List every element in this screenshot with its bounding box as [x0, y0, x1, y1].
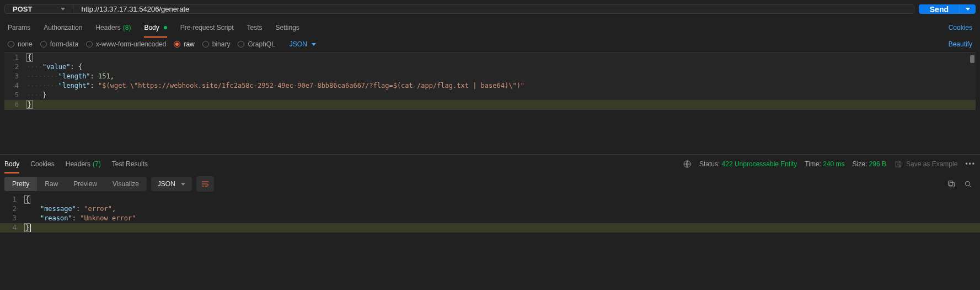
send-button[interactable]: Send: [919, 4, 976, 14]
svg-rect-2: [949, 181, 953, 186]
http-method-select[interactable]: POST: [5, 5, 73, 13]
raw-type-select[interactable]: JSON: [290, 40, 316, 48]
resp-tab-test-results[interactable]: Test Results: [112, 155, 148, 173]
resp-tab-body[interactable]: Body: [4, 155, 19, 173]
tab-headers[interactable]: Headers (8): [95, 18, 131, 37]
body-type-raw[interactable]: raw: [174, 40, 194, 48]
resp-tab-headers[interactable]: Headers (7): [66, 155, 101, 173]
view-raw[interactable]: Raw: [37, 177, 66, 191]
code-content: ········"lenght": "$(wget \"https://webh…: [26, 81, 524, 91]
cookies-link[interactable]: Cookies: [949, 24, 972, 31]
beautify-link[interactable]: Beautify: [949, 40, 972, 48]
tab-settings[interactable]: Settings: [276, 18, 299, 37]
response-body-viewer[interactable]: 1{2 "message": "error",3 "reason": "Unkn…: [0, 195, 980, 233]
code-line[interactable]: 2····"value": {: [4, 62, 976, 72]
line-number: 1: [4, 53, 26, 62]
body-type-none[interactable]: none: [8, 40, 33, 48]
code-content: "message": "error",: [24, 204, 116, 214]
more-icon[interactable]: •••: [965, 160, 976, 168]
line-number: 5: [4, 91, 26, 100]
tab-authorization[interactable]: Authorization: [44, 18, 82, 37]
code-content: ····"value": {: [26, 62, 82, 72]
line-number: 4: [4, 81, 26, 91]
body-type-urlencoded[interactable]: x-www-form-urlencoded: [86, 40, 166, 48]
code-line[interactable]: 4}: [0, 223, 980, 233]
svg-rect-1: [950, 182, 954, 187]
code-content: {: [26, 53, 33, 62]
view-pretty[interactable]: Pretty: [4, 177, 37, 191]
body-type-form-data[interactable]: form-data: [40, 40, 78, 48]
code-line[interactable]: 1{: [0, 195, 980, 204]
status-block: Status: 422 Unprocessable Entity: [699, 160, 797, 168]
code-line[interactable]: 6}: [4, 100, 976, 109]
svg-point-3: [965, 181, 970, 186]
http-method-label: POST: [13, 5, 32, 13]
view-mode-tabs: Pretty Raw Preview Visualize: [4, 177, 147, 191]
line-number: 2: [0, 204, 24, 214]
url-input[interactable]: [73, 5, 913, 13]
save-example-button[interactable]: Save as Example: [894, 160, 957, 168]
line-number: 1: [0, 195, 24, 204]
tab-params[interactable]: Params: [8, 18, 30, 37]
globe-icon[interactable]: [683, 160, 692, 168]
code-content: }: [24, 223, 31, 233]
code-line[interactable]: 2 "message": "error",: [0, 204, 980, 214]
request-body-editor[interactable]: 1{2····"value": {3········"length": 151,…: [4, 52, 976, 110]
chevron-down-icon: [181, 183, 185, 186]
line-number: 3: [4, 72, 26, 81]
view-visualize[interactable]: Visualize: [105, 177, 147, 191]
request-bar: POST: [4, 4, 914, 14]
line-number: 2: [4, 62, 26, 72]
tab-tests[interactable]: Tests: [247, 18, 262, 37]
line-number: 4: [0, 223, 24, 233]
code-content: ········"length": 151,: [26, 72, 114, 81]
copy-icon[interactable]: [947, 180, 956, 188]
tab-body[interactable]: Body: [144, 18, 167, 37]
view-preview[interactable]: Preview: [66, 177, 105, 191]
wrap-lines-button[interactable]: [196, 176, 214, 192]
body-type-graphql[interactable]: GraphQL: [238, 40, 275, 48]
tab-prerequest[interactable]: Pre-request Script: [180, 18, 234, 37]
code-content: {: [24, 195, 30, 204]
code-content: "reason": "Unknow error": [24, 214, 136, 223]
send-dropdown[interactable]: [960, 4, 976, 14]
size-block: Size: 296 B: [853, 160, 886, 168]
scrollbar-thumb[interactable]: [970, 55, 974, 63]
modified-dot-icon: [164, 26, 167, 29]
chevron-down-icon: [966, 8, 970, 10]
line-number: 3: [0, 214, 24, 223]
line-number: 6: [4, 100, 26, 109]
code-line[interactable]: 3 "reason": "Unknow error": [0, 214, 980, 223]
search-icon[interactable]: [963, 180, 972, 188]
response-type-select[interactable]: JSON: [151, 177, 192, 191]
chevron-down-icon: [61, 8, 65, 10]
code-line[interactable]: 4········"lenght": "$(wget \"https://web…: [4, 81, 976, 91]
chevron-down-icon: [312, 43, 316, 46]
time-block: Time: 240 ms: [805, 160, 844, 168]
code-line[interactable]: 5····}: [4, 91, 976, 100]
code-line[interactable]: 1{: [4, 53, 976, 62]
code-content: ····}: [26, 91, 46, 100]
body-type-binary[interactable]: binary: [202, 40, 231, 48]
send-button-label: Send: [919, 4, 960, 14]
code-line[interactable]: 3········"length": 151,: [4, 72, 976, 81]
code-content: }: [26, 100, 33, 109]
resp-tab-cookies[interactable]: Cookies: [30, 155, 54, 173]
